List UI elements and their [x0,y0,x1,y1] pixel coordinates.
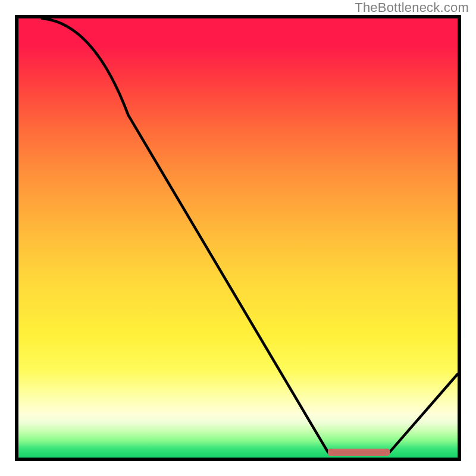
optimal-range-marker [328,449,389,456]
watermark-text: TheBottleneck.com [355,0,469,15]
plot-area [15,15,461,461]
bottleneck-curve [18,18,458,458]
chart-container: TheBottleneck.com [0,0,476,476]
